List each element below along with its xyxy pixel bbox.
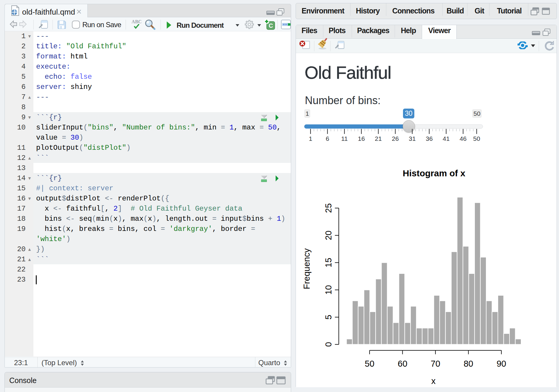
svg-text:15: 15 [324,258,333,267]
svg-text:x: x [431,376,436,386]
svg-text:C: C [269,22,273,29]
svg-text:0: 0 [324,342,333,347]
svg-text:25: 25 [324,203,333,213]
svg-text:10: 10 [324,285,333,295]
svg-text:90: 90 [497,359,506,368]
svg-text:60: 60 [398,359,407,368]
svg-text:20: 20 [324,231,333,240]
svg-text:ABC: ABC [132,19,142,24]
svg-text:50: 50 [365,359,374,368]
svg-text:80: 80 [464,359,473,368]
svg-text:Histogram of x: Histogram of x [403,168,465,178]
svg-text:Frequency: Frequency [302,248,311,289]
svg-text:5: 5 [324,315,333,320]
svg-text:70: 70 [431,359,440,368]
